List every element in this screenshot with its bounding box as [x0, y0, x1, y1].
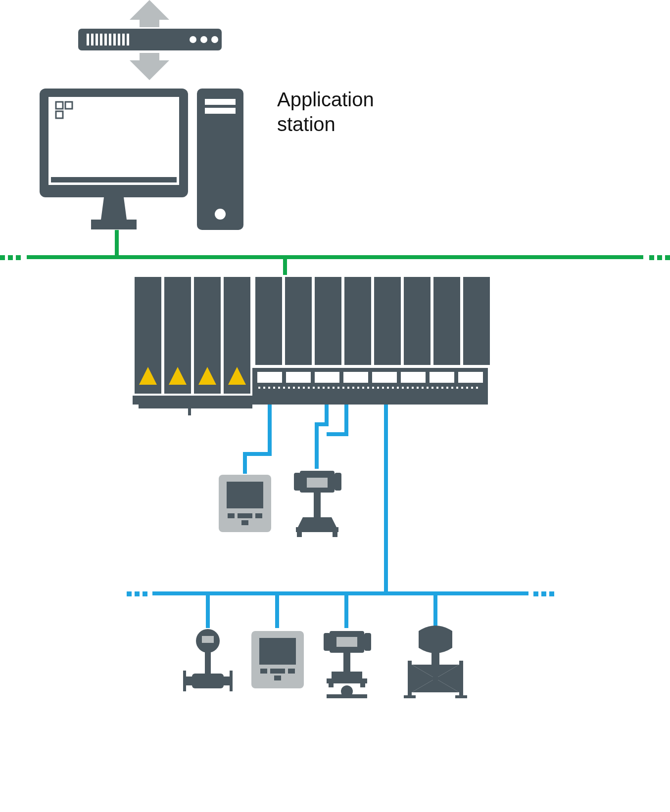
svg-rect-53	[257, 372, 282, 383]
svg-rect-153	[364, 633, 371, 651]
svg-rect-170	[408, 661, 412, 696]
svg-rect-128	[135, 591, 140, 596]
svg-rect-95	[417, 387, 419, 389]
svg-rect-80	[342, 387, 344, 389]
svg-rect-78	[333, 387, 335, 389]
svg-rect-2	[78, 29, 222, 50]
pressure-transmitter-icon	[294, 471, 341, 537]
svg-rect-29	[0, 255, 5, 260]
svg-rect-94	[412, 387, 414, 389]
svg-rect-158	[329, 683, 334, 687]
svg-rect-83	[357, 387, 359, 389]
svg-rect-104	[461, 387, 463, 389]
svg-rect-107	[476, 387, 478, 389]
svg-rect-77	[328, 387, 330, 389]
flow-meter-icon	[183, 629, 233, 691]
fieldbus-drops	[208, 593, 435, 628]
svg-rect-62	[257, 386, 483, 390]
svg-rect-73	[308, 387, 310, 389]
svg-rect-147	[260, 669, 267, 674]
svg-rect-44	[255, 277, 282, 365]
application-station-icon	[40, 89, 243, 230]
svg-rect-68	[283, 387, 285, 389]
svg-rect-56	[343, 372, 368, 383]
svg-rect-116	[255, 513, 262, 518]
svg-rect-102	[451, 387, 453, 389]
svg-rect-30	[8, 255, 13, 260]
svg-marker-0	[130, 0, 169, 27]
svg-rect-11	[122, 34, 125, 45]
svg-rect-91	[397, 387, 399, 389]
svg-rect-71	[298, 387, 300, 389]
svg-rect-9	[113, 34, 116, 45]
svg-rect-171	[459, 661, 463, 696]
svg-rect-86	[372, 387, 374, 389]
svg-rect-120	[335, 473, 341, 491]
application-station-label-line2: station	[277, 113, 335, 135]
svg-rect-114	[228, 513, 235, 518]
svg-rect-50	[433, 277, 460, 365]
svg-rect-55	[315, 372, 339, 383]
svg-rect-156	[332, 672, 362, 678]
svg-rect-122	[314, 493, 321, 517]
svg-rect-72	[303, 387, 305, 389]
svg-rect-93	[407, 387, 409, 389]
svg-rect-58	[401, 372, 426, 383]
svg-rect-129	[143, 591, 147, 596]
svg-rect-75	[318, 387, 320, 389]
hmi-panel-icon	[219, 475, 271, 532]
svg-rect-115	[238, 513, 252, 518]
svg-rect-108	[133, 396, 488, 405]
svg-rect-119	[294, 473, 301, 491]
application-station-label-line1: Application	[277, 89, 374, 110]
svg-rect-64	[263, 387, 265, 389]
svg-rect-130	[533, 591, 538, 596]
ethernet-network-line	[27, 230, 643, 275]
svg-rect-157	[327, 678, 367, 683]
svg-rect-97	[427, 387, 429, 389]
svg-rect-65	[268, 387, 270, 389]
svg-rect-45	[285, 277, 312, 365]
direct-io-wiring	[245, 405, 346, 474]
svg-rect-139	[205, 652, 211, 675]
svg-rect-144	[230, 671, 233, 691]
svg-rect-21	[51, 177, 177, 182]
svg-rect-100	[441, 387, 443, 389]
svg-rect-34	[665, 255, 670, 260]
svg-rect-48	[374, 277, 401, 365]
svg-rect-70	[293, 387, 295, 389]
architecture-diagram: Application station	[0, 0, 670, 812]
svg-rect-110	[188, 408, 191, 415]
svg-rect-74	[313, 387, 315, 389]
svg-rect-117	[241, 520, 248, 525]
svg-rect-24	[205, 108, 236, 114]
svg-rect-33	[657, 255, 662, 260]
svg-rect-10	[118, 34, 120, 45]
svg-rect-63	[258, 387, 260, 389]
svg-rect-103	[456, 387, 458, 389]
svg-rect-148	[270, 669, 285, 674]
server-appliance-icon	[78, 29, 222, 50]
svg-rect-5	[96, 34, 98, 45]
svg-rect-101	[446, 387, 448, 389]
svg-rect-113	[227, 482, 263, 508]
svg-rect-59	[430, 372, 454, 383]
svg-rect-90	[392, 387, 394, 389]
svg-rect-131	[541, 591, 546, 596]
svg-rect-154	[336, 637, 357, 647]
svg-rect-46	[315, 277, 341, 365]
svg-rect-138	[202, 636, 214, 643]
hmi-panel-2-icon	[251, 631, 304, 688]
svg-rect-49	[404, 277, 431, 365]
svg-rect-109	[139, 405, 252, 408]
svg-rect-69	[288, 387, 290, 389]
svg-rect-57	[372, 372, 397, 383]
svg-rect-47	[344, 277, 371, 365]
svg-rect-106	[471, 387, 473, 389]
svg-rect-84	[362, 387, 364, 389]
svg-rect-123	[296, 527, 338, 532]
svg-rect-3	[87, 34, 89, 45]
svg-rect-149	[288, 669, 295, 674]
svg-rect-105	[466, 387, 468, 389]
svg-rect-96	[422, 387, 424, 389]
